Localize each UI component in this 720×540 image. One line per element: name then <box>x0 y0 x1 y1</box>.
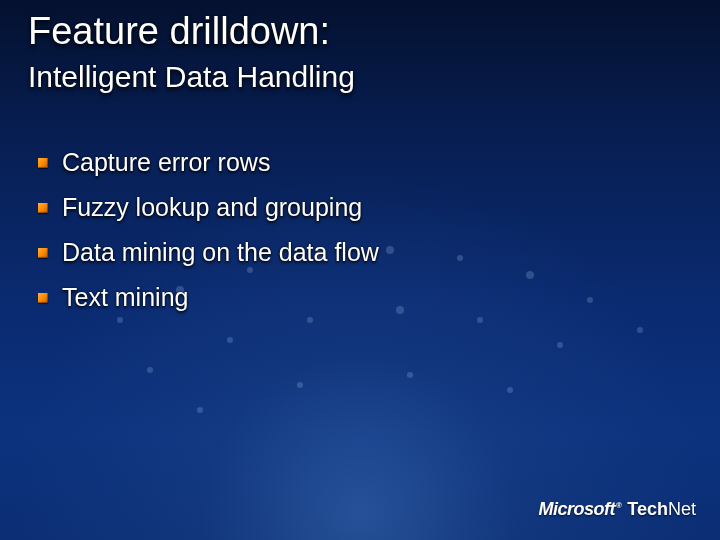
svg-point-9 <box>147 367 153 373</box>
svg-point-16 <box>297 382 303 388</box>
bullet-list: Capture error rows Fuzzy lookup and grou… <box>38 148 680 328</box>
slide-title: Feature drilldown: <box>28 10 330 53</box>
brand-text: Microsoft® <box>538 499 621 520</box>
list-item-label: Text mining <box>62 283 188 312</box>
list-item: Text mining <box>38 283 680 312</box>
bullet-icon <box>38 158 48 168</box>
svg-point-17 <box>407 372 413 378</box>
list-item-label: Data mining on the data flow <box>62 238 379 267</box>
svg-point-15 <box>197 407 203 413</box>
list-item-label: Capture error rows <box>62 148 270 177</box>
list-item-label: Fuzzy lookup and grouping <box>62 193 362 222</box>
list-item: Data mining on the data flow <box>38 238 680 267</box>
slide-subtitle: Intelligent Data Handling <box>28 60 355 94</box>
svg-point-14 <box>557 342 563 348</box>
list-item: Capture error rows <box>38 148 680 177</box>
footer-logo: Microsoft® TechNet <box>538 499 696 520</box>
svg-point-10 <box>227 337 233 343</box>
product-text: TechNet <box>627 499 696 520</box>
bullet-icon <box>38 248 48 258</box>
svg-point-18 <box>507 387 513 393</box>
slide: Feature drilldown: Intelligent Data Hand… <box>0 0 720 540</box>
bullet-icon <box>38 293 48 303</box>
list-item: Fuzzy lookup and grouping <box>38 193 680 222</box>
bullet-icon <box>38 203 48 213</box>
